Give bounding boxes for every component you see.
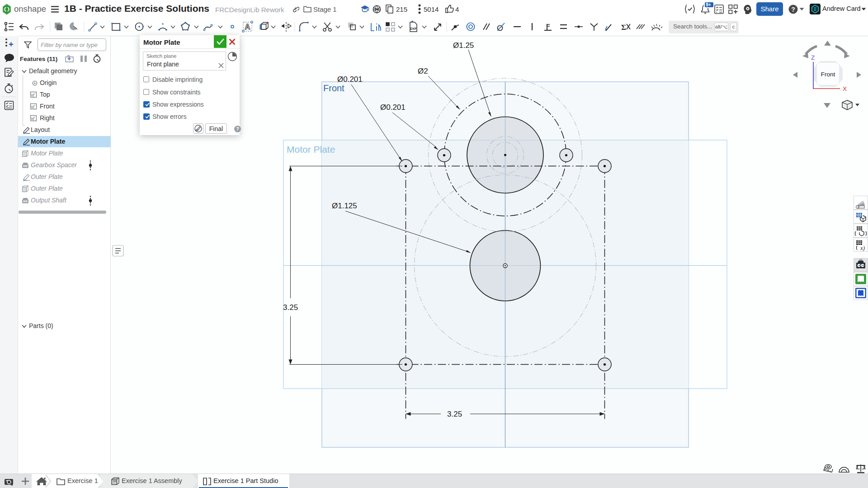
svg-text:Motor Plate: Motor Plate [287,144,335,155]
svg-text:A: A [245,23,250,31]
svg-text:Ø1.125: Ø1.125 [332,202,357,210]
svg-text:Z: Z [811,54,815,61]
svg-text:Front: Front [821,71,835,78]
svg-text:Ø1.25: Ø1.25 [453,41,474,50]
svg-text:Ø0.201: Ø0.201 [380,103,406,112]
svg-text:DXF: DXF [410,27,417,30]
svg-text:X: X [843,85,847,92]
svg-text:Ø2: Ø2 [418,67,428,75]
svg-text:x): x) [860,244,865,251]
svg-text:Front: Front [323,83,344,93]
svg-text:3.25: 3.25 [447,410,462,418]
svg-text:101: 101 [859,259,863,261]
svg-text:Σ: Σ [621,23,626,32]
svg-text:Ø0.201: Ø0.201 [337,75,363,84]
svg-text:3.25: 3.25 [283,303,298,312]
svg-text:?: ? [236,126,239,131]
svg-text:?: ? [791,6,795,13]
